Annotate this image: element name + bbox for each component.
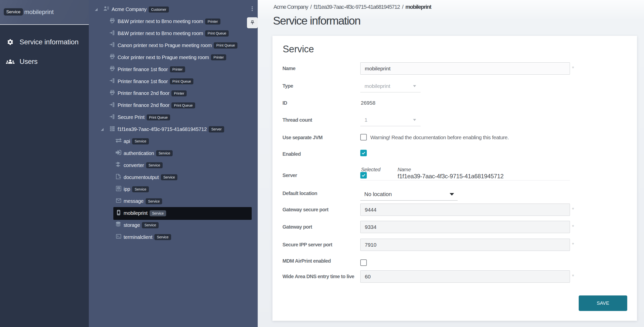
tree-item-canon-printer-next-to-prague-meeting-room[interactable]: Canon printer next to Prague meeting roo… <box>89 40 258 52</box>
print-queue-icon <box>109 102 115 108</box>
sidebar-item-service-information[interactable]: Service information <box>0 35 89 50</box>
tree-item-label: terminalclient <box>124 234 152 240</box>
breadcrumb-current: mobileprint <box>405 4 431 10</box>
server-col-name: Name <box>398 167 411 173</box>
tree-item-label: Acme Company <box>112 7 147 12</box>
tree-item-b-w-printer-next-to-brno-meeting-room[interactable]: B&W printer next to Brno meeting roomPri… <box>89 16 258 28</box>
card-title: Service <box>283 44 314 55</box>
server-name-value: f1f1ea39-7aac-4f3c-9715-41a681945712 <box>398 173 504 180</box>
server-row-divider <box>360 180 570 181</box>
thread-count-value: 1 <box>365 117 368 123</box>
tree-item-printer-finance-2nd-floor[interactable]: Printer finance 2nd floorPrint Queue <box>89 99 258 111</box>
print-queue-icon <box>109 114 115 120</box>
jvm-warning-text: Warning! Read the documentation before e… <box>370 134 509 140</box>
secure-ipp-server-port-required-asterisk: * <box>572 241 574 248</box>
printer-icon <box>109 18 115 24</box>
secure-ipp-server-port-input[interactable] <box>360 239 570 251</box>
type-label: Type <box>282 83 293 89</box>
tree-item-label: api <box>124 138 130 144</box>
tree-item-authentication[interactable]: authenticationService <box>89 147 258 159</box>
sidebar-header: Service mobileprint <box>0 0 89 25</box>
name-label: Name <box>282 66 295 71</box>
tree-item-printer-finance-2nd-floor[interactable]: Printer finance 2nd floorPrinter <box>89 87 258 99</box>
api-icon <box>116 137 122 143</box>
tree-item-acme-company[interactable]: Acme CompanyCustomer <box>89 4 258 16</box>
expand-arrow-icon[interactable] <box>95 8 98 11</box>
secure-ipp-server-port-label: Secure IPP server port <box>282 242 332 248</box>
thread-count-dropdown: 1 <box>360 114 421 126</box>
name-required-asterisk: * <box>572 65 574 72</box>
tree-item-printer-finance-1st-floor[interactable]: Printer finance 1st floorPrint Queue <box>89 75 258 87</box>
tree-item-badge: Printer <box>170 66 185 72</box>
tree-item-badge: Service <box>154 234 171 240</box>
service-card: Service Name * Type mobileprint ID 26958… <box>272 36 637 321</box>
breadcrumb-separator: / <box>400 4 406 10</box>
tree-item-printer-finance-1st-floor[interactable]: Printer finance 1st floorPrinter <box>89 63 258 75</box>
tree-item-badge: Print Queue <box>147 114 170 120</box>
tree-item-label: converter <box>124 162 144 168</box>
tree-item-message[interactable]: messageService <box>89 195 258 207</box>
sidebar-service-name: mobileprint <box>24 8 54 16</box>
wide-area-dns-ttl-input[interactable] <box>360 270 570 283</box>
tree-item-badge: Service <box>132 138 149 144</box>
tree-item-label: Secure Print <box>118 114 145 120</box>
entity-tree-panel: Acme CompanyCustomerB&W printer next to … <box>89 0 258 327</box>
tree-item-badge: Printer <box>171 90 187 96</box>
type-dropdown: mobileprint <box>360 80 421 92</box>
name-input[interactable] <box>360 62 570 75</box>
gateway-port-required-asterisk: * <box>572 224 574 230</box>
tree-item-label: message <box>124 198 144 204</box>
use-separate-jvm-label: Use separate JVM <box>282 135 323 140</box>
breadcrumb: Acme Company/f1f1ea39-7aac-4f3c-9715-41a… <box>273 4 431 10</box>
default-location-label: Default location <box>282 191 317 196</box>
check-icon <box>361 173 366 178</box>
server-col-selected: Selected <box>361 167 380 173</box>
tree-item-b-w-printer-next-to-brno-meeting-room[interactable]: B&W printer next to Brno meeting roomPri… <box>89 28 258 40</box>
breadcrumb-server[interactable]: f1f1ea39-7aac-4f3c-9715-41a681945712 <box>313 4 400 10</box>
tree-item-badge: Print Queue <box>170 78 194 84</box>
tree-item-label: mobileprint <box>124 210 148 216</box>
tree-item-api[interactable]: apiService <box>89 135 258 147</box>
wide-area-dns-ttl-label: Wide Area DNS entry time to live <box>282 274 354 279</box>
page-title: Service information <box>273 14 360 27</box>
gateway-secure-port-label: Gateway secure port <box>282 207 328 213</box>
tree-item-badge: Customer <box>149 7 169 13</box>
tree-item-documentoutput[interactable]: documentoutputService <box>89 171 258 183</box>
breadcrumb-customer[interactable]: Acme Company <box>273 4 308 10</box>
tree-item-f1f1ea39-7aac-4f3c-9715-41a681945712[interactable]: f1f1ea39-7aac-4f3c-9715-41a681945712Serv… <box>89 123 258 135</box>
print-queue-icon <box>109 42 115 48</box>
save-button[interactable]: SAVE <box>579 295 627 311</box>
enabled-label: Enabled <box>282 151 301 157</box>
gateway-port-input[interactable] <box>360 221 570 233</box>
type-value: mobileprint <box>365 83 390 89</box>
gateway-secure-port-required-asterisk: * <box>572 206 574 213</box>
tree-item-label: ipp <box>124 186 130 192</box>
chevron-down-icon <box>413 85 416 87</box>
printer-icon <box>109 66 115 72</box>
id-label: ID <box>282 100 287 106</box>
server-checkbox[interactable] <box>360 172 367 179</box>
check-icon <box>361 151 366 155</box>
use-separate-jvm-checkbox[interactable] <box>360 134 367 140</box>
tree-item-label: B&W printer next to Brno meeting room <box>118 19 203 24</box>
tree-item-color-printer-next-to-prague-meeting-room[interactable]: Color printer next to Prague meeting roo… <box>89 51 258 63</box>
sidebar-item-users[interactable]: Users <box>0 54 89 69</box>
tree-item-ipp[interactable]: ippService <box>89 183 258 195</box>
tree-item-label: Printer finance 1st floor <box>118 79 168 84</box>
default-location-dropdown[interactable]: No location <box>360 188 458 201</box>
customer-icon <box>103 6 109 12</box>
enabled-checkbox[interactable] <box>360 150 367 156</box>
tree-item-terminalclient[interactable]: terminalclientService <box>89 231 258 243</box>
tree-item-badge: Service <box>146 162 163 168</box>
tree-item-secure-print[interactable]: Secure PrintPrint Queue <box>89 111 258 123</box>
tree-item-badge: Printer <box>205 19 220 25</box>
tree-item-storage[interactable]: storageService <box>89 219 258 231</box>
expand-arrow-icon[interactable] <box>101 128 104 131</box>
mdm-airprint-checkbox[interactable] <box>360 259 367 266</box>
printer-icon <box>109 54 115 60</box>
tree-item-mobileprint[interactable]: mobileprintService <box>89 207 258 219</box>
gateway-secure-port-input[interactable] <box>360 204 570 216</box>
tree-item-converter[interactable]: converterService <box>89 159 258 171</box>
users-icon <box>6 57 15 66</box>
wide-area-dns-ttl-required-asterisk: * <box>572 273 574 280</box>
